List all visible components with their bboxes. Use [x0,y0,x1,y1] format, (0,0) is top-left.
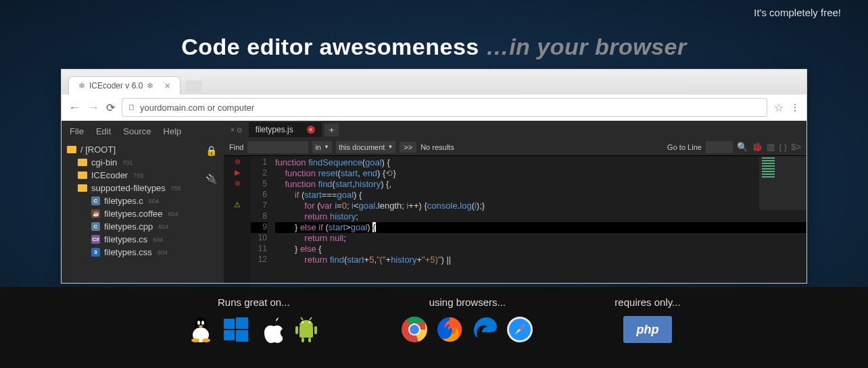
editor-tab-active[interactable]: filetypes.js × [249,122,322,137]
forward-button[interactable]: → [87,101,99,115]
bookmark-star-icon[interactable]: ☆ [774,101,783,114]
css-file-icon: 3 [91,248,100,257]
file-tree: / [ROOT] cgi-bin 701 ICEcoder 755 suppor… [62,143,224,259]
snowflake-icon: ❄ [78,81,85,90]
goto-line-input[interactable] [706,141,733,153]
folder-icon [78,159,87,166]
tree-file[interactable]: C filetypes.cpp 604 [67,220,218,233]
sidebar: File Edit Source Help 🔒 🔌 / [ROOT] cgi-b… [62,121,224,283]
svg-rect-15 [302,338,304,342]
gutter: ⊗ ▶ ⊗ ⚠ [224,156,251,283]
linux-icon [187,316,214,343]
free-text: It's completely free! [754,7,841,18]
svg-rect-7 [236,317,248,329]
tree-root[interactable]: / [ROOT] [67,143,218,156]
minimap[interactable] [759,156,806,210]
tree-folder[interactable]: ICEcoder 755 [67,169,218,182]
cs-file-icon: C# [91,235,100,244]
svg-point-5 [202,338,210,342]
code-lines[interactable]: function findSequence(goal) { function r… [271,156,806,283]
svg-rect-6 [224,319,235,329]
error-mark-icon: ⊗ [224,157,251,168]
find-go-button[interactable]: >> [400,142,416,153]
cpp-file-icon: C [91,222,100,231]
terminal-icon[interactable]: $> [791,142,801,152]
close-tab-icon[interactable]: ✕ [164,82,170,90]
menu-edit[interactable]: Edit [96,126,111,136]
footer-requires-section: requires only... php [614,296,680,368]
menu-source[interactable]: Source [123,126,151,136]
tree-file[interactable]: C filetypes.c 604 [67,194,218,207]
windows-icon [222,316,249,343]
find-scope-doc[interactable]: this document▼ [336,141,395,153]
svg-line-17 [301,317,303,320]
url-input[interactable]: 🗋 yourdomain.com or computer [122,98,767,117]
folder-icon [67,146,76,153]
new-tab-button[interactable] [186,80,202,93]
svg-rect-10 [299,325,313,338]
menu-file[interactable]: File [70,126,84,136]
svg-rect-16 [308,338,311,342]
svg-point-12 [309,321,311,323]
safari-icon [506,316,533,343]
line-numbers: 1 2 5 6 7 8 9 10 11 12 [251,156,271,283]
find-results: No results [420,143,454,151]
find-label: Find [229,143,243,151]
close-icon[interactable]: × [307,126,315,134]
tree-file[interactable]: 3 filetypes.css 604 [67,246,218,259]
svg-point-21 [410,325,419,334]
svg-rect-9 [236,330,248,342]
find-input[interactable] [247,141,308,153]
tree-folder[interactable]: supported-filetypes 755 [67,182,218,194]
headline: Code editor awesomeness …in your browser [0,34,868,60]
tree-file[interactable]: C# filetypes.cs 604 [67,233,218,246]
browser-menu-icon[interactable]: ⋮ [790,106,800,109]
play-mark-icon: ▶ [224,168,251,179]
lock-icon[interactable]: 🔒 [206,145,217,156]
svg-point-3 [201,321,204,325]
tree-file[interactable]: ☕ filetypes.coffee 604 [67,207,218,220]
svg-line-18 [310,317,312,320]
footer-os-section: Runs great on... [187,296,320,368]
plug-icon[interactable]: 🔌 [206,174,217,184]
apple-icon [258,316,285,343]
menu-help[interactable]: Help [164,126,182,136]
warning-mark-icon: ⚠ [224,201,251,211]
chevron-down-icon: ▼ [324,144,329,150]
c-file-icon: C [91,196,100,205]
folder-icon [78,172,87,179]
folder-icon [78,184,87,192]
back-button[interactable]: ← [68,101,80,115]
url-text: yourdomain.com or computer [140,103,254,113]
browser-tab[interactable]: ❄ ICEcoder v 6.0 ❄ ✕ [68,76,180,95]
browser-window: — ▢ ✕ ❄ ICEcoder v 6.0 ❄ ✕ ← → ⟳ 🗋 yourd… [61,69,807,284]
layout-icon[interactable]: ▥ [767,142,775,152]
tab-handles[interactable]: × ⊙ [224,126,249,134]
svg-point-11 [302,321,304,323]
coffee-file-icon: ☕ [91,209,100,218]
tree-folder[interactable]: cgi-bin 701 [67,156,218,169]
find-scope-in[interactable]: in▼ [312,141,331,153]
svg-point-4 [191,338,199,342]
edge-icon [471,316,498,343]
ide: File Edit Source Help 🔒 🔌 / [ROOT] cgi-b… [62,121,806,283]
php-icon: php [623,316,672,343]
search-icon[interactable]: 🔍 [737,142,748,152]
reload-button[interactable]: ⟳ [106,101,115,114]
new-editor-tab[interactable]: + [324,124,339,136]
goto-line-label: Go to Line [667,143,702,151]
chrome-icon [401,316,428,343]
code-area[interactable]: ⊗ ▶ ⊗ ⚠ 1 2 5 6 7 8 9 10 11 12 [224,156,806,283]
bug-icon[interactable]: 🐞 [752,142,763,152]
svg-rect-8 [224,330,235,340]
svg-rect-14 [314,326,317,334]
headline-sub: …in your browser [486,34,687,59]
android-icon [293,316,320,343]
find-bar: Find in▼ this document▼ >> No results Go… [224,138,806,156]
editor: × ⊙ filetypes.js × + Find in▼ this docum… [224,121,806,283]
firefox-icon [436,316,463,343]
ide-menu: File Edit Source Help [62,126,224,143]
footer-browsers-section: using browsers... [401,296,533,368]
braces-icon[interactable]: { } [779,142,787,152]
footer: Runs great on... using browsers... requi… [0,287,868,368]
